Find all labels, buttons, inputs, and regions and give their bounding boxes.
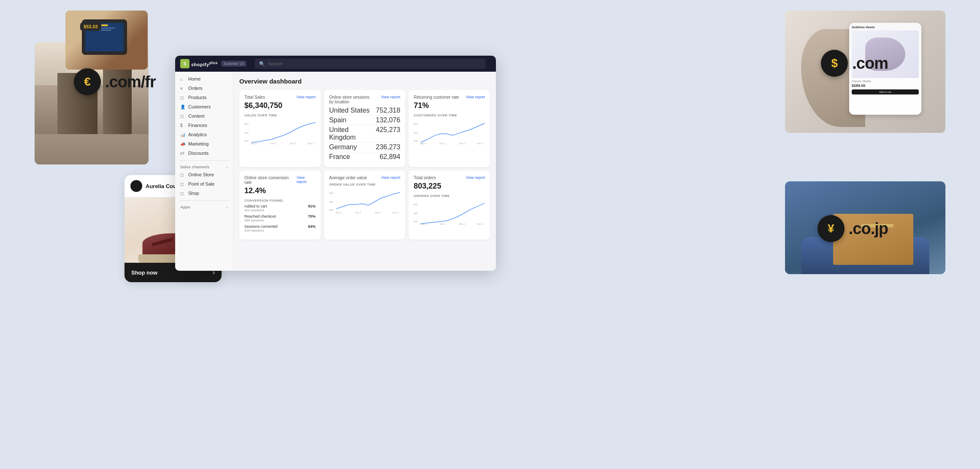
svg-text:Dec 1: Dec 1 [477,223,483,225]
dashboard: Overview dashboard Total Sales View repo… [233,72,496,271]
funnel-row-converted: Sessions converted 319 sessions 64% [244,224,316,232]
card-total-sales: Total Sales View report $6,340,750 SALES… [239,90,321,167]
sessions-title: Online store sessionsby location [329,95,370,104]
svg-text:200: 200 [414,140,418,142]
analytics-icon: 📊 [180,132,185,137]
sessions-link[interactable]: View report [381,95,400,99]
apps-section: Apps › [175,203,233,210]
card-online-sessions: Online store sessionsby location View re… [324,90,406,167]
svg-text:400: 400 [244,132,249,134]
sales-chart: 800 400 200 Sep 1 Oct 1 Nov 1 Dec 1 [244,119,316,146]
funnel-list: Added to cart 412 sessions 91% Reached c… [244,204,316,232]
cards-grid: Total Sales View report $6,340,750 SALES… [239,90,490,240]
sidebar-item-shop[interactable]: ◻ Shop [175,189,233,198]
svg-text:800: 800 [329,192,334,194]
pos-icon: ◻ [180,182,185,186]
topbar: S shopifyplus Summer '23 🔍 Search [175,56,496,72]
sidebar: ⌂ Home ≡ Orders ◻ Products 👤 Customers ◻… [175,72,233,271]
usd-badge: $ .com [821,50,888,77]
shopify-logo-icon: S [180,59,190,68]
svg-text:Nov 1: Nov 1 [375,211,381,214]
eur-badge: € .com/fr [74,68,156,95]
returning-value: 71% [414,101,485,110]
total-sales-value: $6,340,750 [244,101,316,110]
shopify-logo: S shopifyplus [180,59,218,68]
sidebar-online-store-label: Online Store [188,172,214,177]
svg-text:400: 400 [414,212,418,215]
sidebar-customers-label: Customers [188,104,211,109]
search-bar[interactable]: 🔍 Search [255,59,486,69]
sidebar-item-online-store[interactable]: ◻ Online Store [175,170,233,179]
sidebar-item-orders[interactable]: ≡ Orders [175,84,233,93]
content-icon: ◻ [180,114,185,119]
conversion-value: 12.4% [244,186,316,195]
svg-text:Oct 1: Oct 1 [440,223,446,225]
sidebar-item-customers[interactable]: 👤 Customers [175,102,233,111]
apps-chevron[interactable]: › [227,205,228,209]
sales-chart-label: SALES OVER TIME [244,113,316,117]
sidebar-discounts-label: Discounts [188,151,208,156]
svg-text:Sep 1: Sep 1 [420,142,427,145]
svg-text:200: 200 [329,209,334,211]
svg-text:Sep 1: Sep 1 [251,142,257,145]
search-placeholder: Search [268,61,282,66]
sidebar-marketing-label: Marketing [188,141,208,146]
returning-link[interactable]: View report [466,95,485,99]
svg-text:800: 800 [414,203,418,206]
sidebar-pos-label: Point of Sale [188,181,214,186]
price-display: $53.03 [80,22,101,31]
sidebar-item-products[interactable]: ◻ Products [175,93,233,102]
sidebar-item-discounts[interactable]: 🏷 Discounts [175,148,233,158]
svg-text:Oct 1: Oct 1 [271,142,276,145]
card-total-orders: Total orders View report 803,225 ORDERS … [409,170,490,240]
sidebar-item-marketing[interactable]: 📣 Marketing [175,139,233,148]
sales-channels-chevron[interactable]: › [227,165,228,169]
hand-device-photo-left: $53.03 [65,11,148,70]
usd-symbol: $ [831,57,838,70]
svg-text:Sep 1: Sep 1 [336,211,342,214]
sidebar-item-finances[interactable]: $ Finances [175,121,233,130]
total-sales-title: Total Sales [244,95,265,100]
svg-text:Dec 1: Dec 1 [308,142,314,145]
funnel-chart-label: CONVERSION FUNNEL [244,199,316,202]
sidebar-shop-label: Shop [188,191,199,196]
svg-text:Dec 1: Dec 1 [393,211,399,214]
svg-text:Dec 1: Dec 1 [477,142,483,145]
svg-text:200: 200 [244,140,249,142]
total-sales-link[interactable]: View report [296,95,315,99]
jpy-circle: ¥ [818,215,845,242]
card-avg-order: Average order value View report ORDER VA… [324,170,406,240]
finances-icon: $ [180,123,185,128]
apps-label: Apps [180,205,190,209]
orders-chart-label: ORDERS OVER TIME [414,194,485,198]
avg-order-title: Average order value [329,175,367,180]
svg-text:Oct 1: Oct 1 [355,211,361,214]
products-icon: ◻ [180,95,185,100]
sidebar-content-label: Content [188,113,205,119]
customers-chart: 800 400 200 Sep 1 Oct 1 Nov 1 Dec 1 [414,119,485,146]
total-orders-link[interactable]: View report [466,175,485,180]
svg-text:200: 200 [414,220,418,223]
sidebar-item-analytics[interactable]: 📊 Analytics [175,130,233,139]
summer-badge: Summer '23 [221,61,246,67]
search-icon: 🔍 [259,61,265,67]
orders-icon: ≡ [180,86,185,91]
svg-text:Nov 1: Nov 1 [459,223,466,225]
jpy-domain: .co.jp [849,220,888,238]
sidebar-item-home[interactable]: ⌂ Home [175,74,233,84]
customers-icon: 👤 [180,105,185,109]
usd-domain: .com [852,54,888,73]
sidebar-analytics-label: Analytics [188,132,207,137]
sidebar-divider-2 [179,200,229,201]
sidebar-item-pos[interactable]: ◻ Point of Sale [175,179,233,189]
total-orders-value: 803,225 [414,182,485,191]
avg-order-link[interactable]: View report [381,175,400,180]
funnel-row-cart: Added to cart 412 sessions 91% [244,204,316,212]
sidebar-item-content[interactable]: ◻ Content [175,111,233,121]
shop-icon: ◻ [180,191,185,196]
svg-text:800: 800 [244,123,249,125]
sidebar-home-label: Home [188,76,200,81]
conversion-link[interactable]: View report [297,175,316,184]
order-value-chart: 800 400 200 Sep 1 Oct 1 Nov 1 Dec 1 [329,188,401,216]
storefront-avatar [130,180,142,192]
